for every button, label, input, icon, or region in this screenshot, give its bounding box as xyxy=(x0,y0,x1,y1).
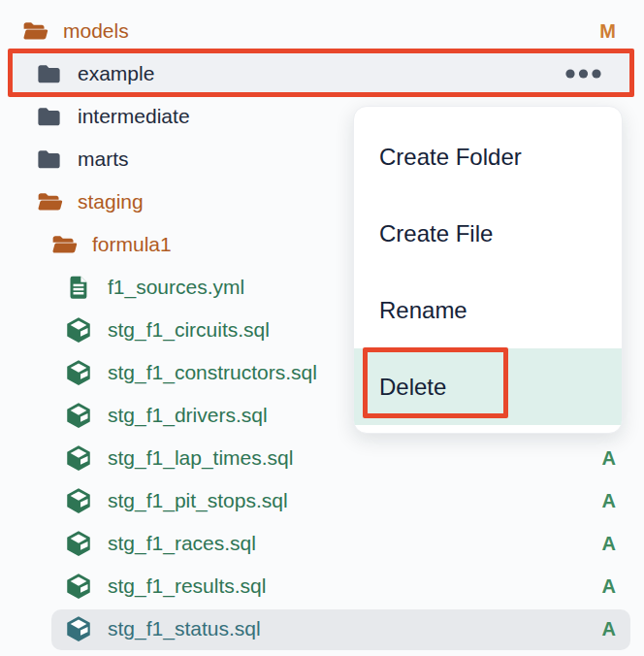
menu-item-delete[interactable]: Delete xyxy=(354,348,622,425)
tree-item-label: formula1 xyxy=(92,233,172,256)
tree-item-label: stg_f1_status.sql xyxy=(108,617,261,640)
tree-item-label: intermediate xyxy=(78,105,190,128)
tree-item-label: staging xyxy=(78,190,144,213)
tree-item-label: stg_f1_circuits.sql xyxy=(108,318,270,342)
folder-open-icon xyxy=(34,188,63,216)
git-status-badge: A xyxy=(602,575,616,598)
tree-item-label: example xyxy=(78,62,154,85)
git-status-badge: A xyxy=(602,447,616,470)
folder-open-icon xyxy=(48,231,78,259)
git-status-badge: M xyxy=(599,20,616,43)
tree-item-label: stg_f1_drivers.sql xyxy=(108,404,268,427)
tree-item-label: stg_f1_lap_times.sql xyxy=(108,446,293,470)
folder-closed-icon xyxy=(34,146,63,174)
tree-item-stg-f1-status-sql[interactable]: stg_f1_status.sqlA xyxy=(0,607,644,650)
tree-item-label: stg_f1_constructors.sql xyxy=(108,361,317,384)
folder-closed-icon xyxy=(34,60,63,88)
model-cube-icon xyxy=(64,358,93,387)
tree-item-label: stg_f1_results.sql xyxy=(108,574,266,598)
menu-item-create-folder[interactable]: Create Folder xyxy=(354,118,622,195)
tree-item-label: models xyxy=(63,19,129,43)
menu-item-create-file[interactable]: Create File xyxy=(354,195,622,272)
tree-item-example[interactable]: example xyxy=(0,52,644,95)
context-menu: Create FolderCreate FileRenameDelete xyxy=(353,106,623,434)
tree-item-stg-f1-lap-times-sql[interactable]: stg_f1_lap_times.sqlA xyxy=(0,437,644,479)
tree-item-stg-f1-pit-stops-sql[interactable]: stg_f1_pit_stops.sqlA xyxy=(0,479,644,522)
menu-item-label: Delete xyxy=(379,374,446,401)
menu-item-label: Create File xyxy=(379,220,493,247)
model-cube-icon xyxy=(64,614,93,643)
file-doc-icon xyxy=(64,275,93,301)
git-status-badge: A xyxy=(602,533,616,555)
tree-item-label: f1_sources.yml xyxy=(108,276,244,299)
model-cube-icon xyxy=(64,529,93,558)
folder-open-icon xyxy=(19,17,48,46)
menu-item-label: Create Folder xyxy=(379,144,522,171)
tree-item-label: marts xyxy=(78,148,129,171)
menu-item-label: Rename xyxy=(379,297,467,324)
model-cube-icon xyxy=(64,572,93,601)
more-actions-icon[interactable] xyxy=(564,68,602,80)
model-cube-icon xyxy=(64,401,93,430)
tree-item-stg-f1-results-sql[interactable]: stg_f1_results.sqlA xyxy=(0,565,644,607)
tree-item-label: stg_f1_races.sql xyxy=(108,532,256,555)
folder-closed-icon xyxy=(34,103,63,131)
git-status-badge: A xyxy=(602,490,616,512)
model-cube-icon xyxy=(64,315,93,344)
git-status-badge: A xyxy=(602,618,616,640)
model-cube-icon xyxy=(64,443,93,473)
model-cube-icon xyxy=(64,486,93,515)
tree-item-stg-f1-races-sql[interactable]: stg_f1_races.sqlA xyxy=(0,522,644,565)
tree-item-models[interactable]: modelsM xyxy=(0,10,644,52)
tree-item-label: stg_f1_pit_stops.sql xyxy=(108,489,288,512)
menu-item-rename[interactable]: Rename xyxy=(354,272,622,348)
